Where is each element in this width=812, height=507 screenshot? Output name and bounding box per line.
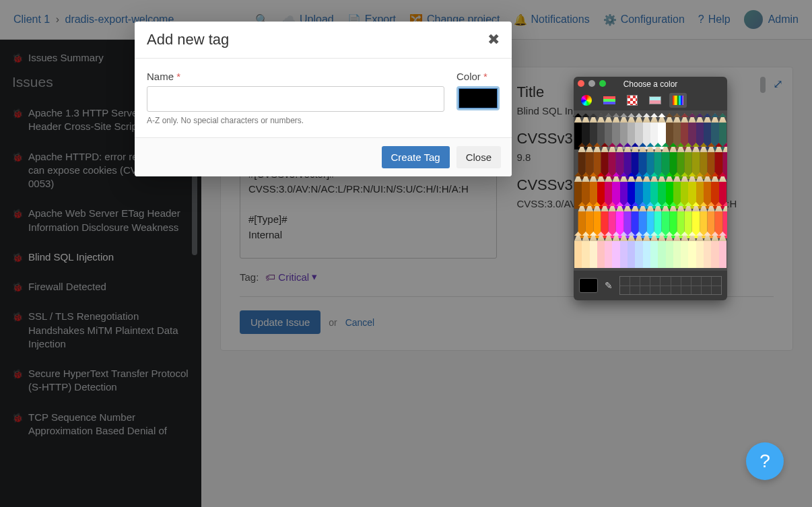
pencil-color[interactable] xyxy=(635,232,642,268)
pencil-color[interactable] xyxy=(681,232,688,268)
window-controls xyxy=(578,80,606,87)
pencils-icon xyxy=(673,96,683,105)
minimize-window-icon[interactable] xyxy=(588,80,595,87)
color-wheel-icon xyxy=(581,95,592,106)
pencil-color[interactable] xyxy=(711,232,718,268)
pencil-palette xyxy=(574,110,727,271)
name-label: Name xyxy=(147,71,174,82)
name-help-text: A-Z only. No special characters or numbe… xyxy=(147,116,444,125)
pencil-color[interactable] xyxy=(666,232,673,268)
saved-swatches-grid[interactable] xyxy=(619,276,722,295)
pencil-color[interactable] xyxy=(658,232,665,268)
eyedropper-icon[interactable]: ✎ xyxy=(605,280,613,291)
modal-title: Add new tag xyxy=(147,31,229,48)
pencil-color[interactable] xyxy=(719,232,726,268)
pencil-color[interactable] xyxy=(696,232,704,268)
pencil-color[interactable] xyxy=(650,232,658,268)
picker-title-text: Choose a color xyxy=(623,79,678,89)
color-label: Color xyxy=(456,71,481,82)
pencil-color[interactable] xyxy=(628,232,635,268)
add-tag-modal: Add new tag ✖ Name * A-Z only. No specia… xyxy=(135,22,512,176)
sliders-icon xyxy=(603,96,615,104)
required-marker: * xyxy=(483,71,487,82)
pencil-color[interactable] xyxy=(590,232,597,268)
create-tag-button[interactable]: Create Tag xyxy=(382,146,450,168)
help-fab[interactable]: ? xyxy=(746,442,784,480)
pencil-color[interactable] xyxy=(612,232,619,268)
pencil-color[interactable] xyxy=(688,232,696,268)
pencil-color[interactable] xyxy=(597,232,605,268)
color-swatch[interactable] xyxy=(456,86,500,110)
pencil-color[interactable] xyxy=(582,232,589,268)
tag-name-input[interactable] xyxy=(147,86,444,112)
picker-tab-wheel[interactable] xyxy=(578,93,595,108)
close-button[interactable]: Close xyxy=(456,146,501,168)
picker-tab-palette[interactable] xyxy=(623,93,641,108)
pencil-color[interactable] xyxy=(704,232,711,268)
pencil-color[interactable] xyxy=(620,232,628,268)
color-picker-window: Choose a color ✎ xyxy=(574,77,727,300)
close-icon[interactable]: ✖ xyxy=(487,31,500,48)
picker-title: Choose a color xyxy=(574,77,727,90)
zoom-window-icon[interactable] xyxy=(599,80,606,87)
image-icon xyxy=(649,96,661,104)
picker-tab-sliders[interactable] xyxy=(601,93,618,108)
current-color-swatch[interactable] xyxy=(579,278,598,293)
pencil-color[interactable] xyxy=(574,232,582,268)
required-marker: * xyxy=(176,71,180,82)
close-window-icon[interactable] xyxy=(578,80,584,87)
pencil-color[interactable] xyxy=(605,232,612,268)
pencil-color[interactable] xyxy=(643,232,650,268)
palette-icon xyxy=(627,95,638,106)
picker-tab-image[interactable] xyxy=(646,93,664,108)
pencil-color[interactable] xyxy=(673,232,681,268)
picker-tab-pencils[interactable] xyxy=(669,93,687,108)
